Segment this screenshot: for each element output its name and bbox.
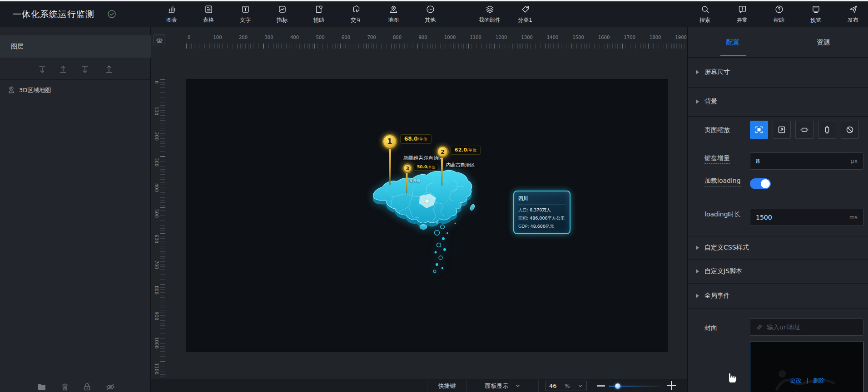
move-to-bottom-icon[interactable] <box>36 64 48 75</box>
inspector-panel: 配置 资源 屏幕尺寸 背景 页面缩放 键盘增量 px 加载loading loa… <box>687 27 868 392</box>
marker-rank-badge: 3 <box>402 163 412 173</box>
loading-toggle[interactable] <box>750 178 771 189</box>
cover-actions: 更改 | 删除 <box>750 377 864 385</box>
layers-panel-title: 图层 <box>0 35 151 58</box>
ruler-mark-label: 900 <box>419 35 427 40</box>
toolbar-action-search[interactable]: 搜索 <box>690 5 719 26</box>
zoom-in-button[interactable] <box>667 381 676 390</box>
ruler-mark-label: 0 <box>154 81 159 83</box>
caret-right-icon <box>696 294 699 298</box>
marker-rank-badge: 1 <box>382 134 397 149</box>
lock-icon[interactable] <box>82 382 92 392</box>
caret-right-icon <box>696 245 699 250</box>
active-tab-indicator <box>720 55 746 56</box>
scale-mode-fit-button[interactable] <box>750 121 768 139</box>
region-label: 青海省 <box>409 178 420 183</box>
loading-duration-input[interactable] <box>756 214 847 221</box>
cover-url-input[interactable] <box>767 323 858 331</box>
ruler-mark-label: 1900 <box>675 35 687 40</box>
zoom-slider-handle[interactable] <box>615 383 620 389</box>
toolbar-item-map[interactable]: 地图 <box>376 5 411 26</box>
toolbar-item-table[interactable]: 表格 <box>191 5 226 26</box>
ruler-mark-label: 200 <box>239 35 248 40</box>
trash-icon[interactable] <box>60 382 70 392</box>
zoom-out-button[interactable] <box>597 385 605 387</box>
section-screen-size[interactable]: 屏幕尺寸 <box>688 57 868 87</box>
link-icon <box>756 323 763 331</box>
layer-item-label: 3D区域地图 <box>19 86 51 94</box>
caret-right-icon <box>696 269 699 274</box>
toolbar-item-metric[interactable]: 指标 <box>265 5 299 26</box>
scale-mode-horizontal-button[interactable] <box>795 121 813 139</box>
ruler-mark-label: 100 <box>213 35 222 40</box>
keyboard-step-input[interactable] <box>756 157 848 165</box>
toolbar-item-category1[interactable]: 分类1 <box>508 5 542 26</box>
section-global-events[interactable]: 全局事件 <box>688 283 868 309</box>
stretch-icon <box>777 125 786 134</box>
zoom-slider[interactable] <box>609 386 660 387</box>
toolbar-action-help[interactable]: 帮助 <box>764 5 794 26</box>
ruler-mark-label: 600 <box>342 35 350 40</box>
scale-mode-vertical-button[interactable] <box>818 121 836 139</box>
folder-icon[interactable] <box>37 382 47 392</box>
cover-preview[interactable]: 更改 | 删除 <box>750 342 864 392</box>
ruler-mark-label: 500 <box>154 209 159 218</box>
panel-display-dropdown[interactable]: 面板显示 <box>466 379 538 392</box>
ruler-mark-label: 700 <box>367 35 376 40</box>
layer-item-3d-region-map[interactable]: 3D区域地图 <box>0 83 151 98</box>
editor-canvas[interactable]: 0100200300400500600700800900100011001200… <box>151 27 687 392</box>
section-custom-css[interactable]: 自定义CSS样式 <box>688 236 868 260</box>
section-background[interactable]: 背景 <box>688 87 868 116</box>
toggle-knob <box>761 179 770 188</box>
tooltip-divider <box>518 205 565 205</box>
toolbar-item-more[interactable]: 其他 <box>413 5 447 26</box>
move-up-icon[interactable] <box>103 64 115 75</box>
cover-actions-separator: | <box>806 377 808 384</box>
move-to-top-icon[interactable] <box>57 64 69 75</box>
toolbar-action-publish[interactable]: 发布 <box>838 5 868 26</box>
toolbar-item-my-widgets[interactable]: 我的部件 <box>469 5 510 26</box>
zoom-level-dropdown[interactable]: 46 % <box>545 381 587 391</box>
caret-right-icon <box>696 99 699 104</box>
artboard[interactable]: 1 68.0/单位 新疆维吾尔自治区 2 62.0/单位 内蒙古自治区 3 50… <box>186 79 668 352</box>
toolbar-item-interact[interactable]: 交互 <box>339 5 373 26</box>
scale-mode-stretch-button[interactable] <box>773 121 791 139</box>
ruler-mark-label: 100 <box>154 107 159 115</box>
device-landscape-icon <box>800 125 809 134</box>
cover-change-link[interactable]: 更改 <box>790 377 802 384</box>
china-3d-map-widget[interactable] <box>369 169 487 278</box>
zoom-unit: % <box>565 383 570 389</box>
move-down-icon[interactable] <box>79 64 91 75</box>
fit-screen-icon <box>754 125 764 134</box>
section-custom-js[interactable]: 自定义JS脚本 <box>688 260 868 283</box>
page-title: 一体化系统运行监测 <box>13 9 94 20</box>
loading-duration-field: ms <box>750 209 863 226</box>
toolbar-action-preview[interactable]: 预览 <box>801 5 830 26</box>
paper-plane-icon <box>848 7 858 16</box>
caret-right-icon <box>696 70 699 74</box>
toolbar-item-charts[interactable]: 图表 <box>154 5 189 26</box>
monitor-icon <box>811 7 821 16</box>
toolbar-item-assist[interactable]: 辅助 <box>302 5 336 26</box>
tooltip-row: GDP:48,600亿元 <box>518 224 565 230</box>
ruler-mark-label: 1000 <box>444 35 456 40</box>
ruler-mark-label: 500 <box>316 35 325 40</box>
tab-config[interactable]: 配置 <box>688 27 778 57</box>
ruler-mark-label: 900 <box>154 312 159 320</box>
scale-mode-none-button[interactable] <box>841 121 859 139</box>
ruler-mark-label: 200 <box>154 132 159 141</box>
toolbar-item-text[interactable]: 文字 <box>228 5 263 26</box>
eye-off-icon[interactable] <box>105 382 115 392</box>
layers-icon <box>485 7 495 16</box>
chevron-down-icon <box>515 383 521 388</box>
divider <box>688 116 868 117</box>
toolbar-action-alerts[interactable]: 异常 <box>728 5 757 26</box>
table-icon <box>204 7 213 16</box>
cover-delete-link[interactable]: 删除 <box>813 377 825 384</box>
shortcut-keys-button[interactable]: 快捷键 <box>427 379 466 392</box>
ruler-mark-label: 0 <box>188 35 190 40</box>
cover-label: 封面 <box>704 324 717 332</box>
ruler-mark-label: 800 <box>154 286 159 294</box>
tab-resources[interactable]: 资源 <box>778 27 868 57</box>
hexagon-cursor-icon <box>352 7 361 16</box>
